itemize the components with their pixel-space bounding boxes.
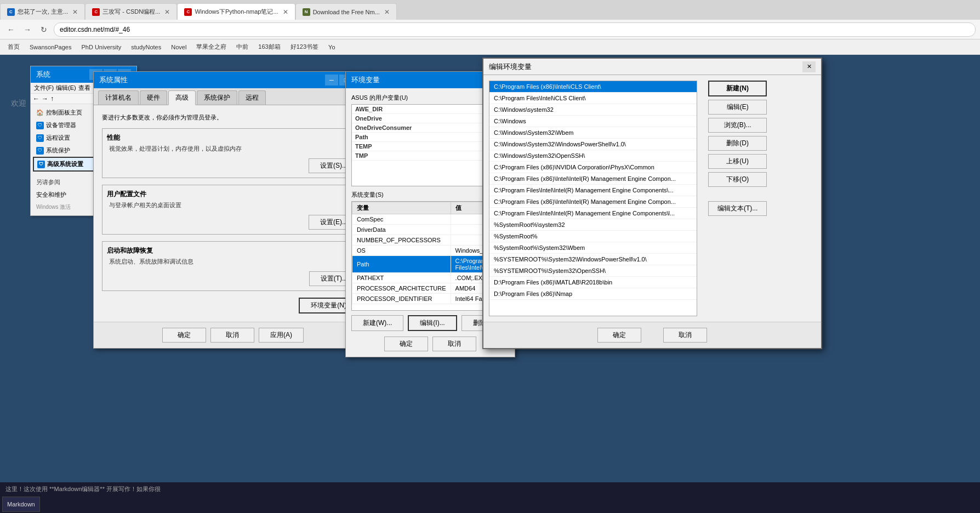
sys-props-minimize[interactable]: ─: [325, 75, 338, 86]
bookmark-swanson[interactable]: SwansonPages: [26, 42, 75, 53]
tab-remote[interactable]: 远程: [238, 90, 266, 105]
path-item-5[interactable]: C:\Windows\System32\WindowsPowerShell\v1…: [489, 139, 697, 150]
bookmark-study[interactable]: studyNotes: [128, 42, 164, 53]
path-item-4[interactable]: C:\Windows\System32\Wbem: [489, 127, 697, 139]
performance-title: 性能: [107, 133, 359, 142]
tab-computer-name[interactable]: 计算机名: [98, 90, 139, 105]
path-item-10[interactable]: C:\Program Files (x86)\Intel\Intel(R) Ma…: [489, 196, 697, 208]
edit-move-up-btn[interactable]: 上移(U): [708, 154, 767, 169]
edit-browse-btn[interactable]: 浏览(B)...: [708, 118, 767, 133]
bookmark-zhongqian[interactable]: 中前: [233, 42, 252, 53]
edit-env-titlebar: 编辑环境变量 ✕: [483, 59, 821, 75]
path-item-3[interactable]: C:\Windows: [489, 116, 697, 127]
edit-env-titlebar-btns: ✕: [802, 61, 816, 72]
sidebar-sys-protection-label: 系统保护: [46, 146, 70, 155]
tab-1[interactable]: C 您花了一次, 主意... ✕: [0, 3, 85, 20]
user-profile-title: 用户配置文件: [107, 190, 359, 199]
sysvar-nop-name: NUMBER_OF_PROCESSORS: [352, 235, 451, 246]
edit-env-cancel-btn[interactable]: 取消: [663, 328, 707, 343]
performance-btn-row: 设置(S)...: [107, 158, 359, 173]
path-item-1[interactable]: C:\Program Files\Intel\iCLS Client\: [489, 93, 697, 104]
taskbar: Markdown: [0, 495, 980, 513]
bookmark-yo[interactable]: Yo: [325, 42, 338, 53]
env-edit-btn[interactable]: 编辑(I)...: [408, 315, 457, 331]
startup-btn-row: 设置(T)...: [107, 271, 359, 286]
user-profile-btn-row: 设置(E)...: [107, 215, 359, 230]
path-item-0[interactable]: C:\Program Files (x86)\Intel\iCLS Client…: [489, 81, 697, 93]
col-var-name: 变量: [352, 202, 451, 214]
user-var-onedrive-name: OneDrive: [355, 115, 410, 122]
user-profile-section: 用户配置文件 与登录帐户相关的桌面设置 设置(E)...: [102, 185, 364, 235]
bookmark-163[interactable]: 163邮箱: [255, 42, 283, 53]
env-vars-ok-btn[interactable]: 确定: [384, 337, 428, 351]
path-item-15[interactable]: %SYSTEMROOT%\System32\WindowsPowerShell\…: [489, 254, 697, 265]
edit-new-btn[interactable]: 新建(N): [708, 81, 767, 96]
path-item-13[interactable]: %SystemRoot%: [489, 231, 697, 242]
tab-4[interactable]: N Download the Free Nm... ✕: [295, 3, 397, 20]
tab-2-label: 三攻写 - CSDN编程...: [102, 8, 160, 16]
sys-props-cancel-btn[interactable]: 取消: [210, 328, 254, 343]
env-new-btn[interactable]: 新建(W)...: [351, 315, 403, 331]
sys-props-ok-btn[interactable]: 确定: [162, 328, 206, 343]
tab-advanced[interactable]: 高级: [168, 90, 196, 105]
refresh-button[interactable]: ↻: [37, 23, 50, 36]
path-item-6[interactable]: C:\Windows\System32\OpenSSH\: [489, 150, 697, 162]
env-vars-cancel-btn[interactable]: 取消: [432, 337, 476, 351]
sidebar-device-manager-label: 设备管理器: [46, 121, 76, 129]
startup-title: 启动和故障恢复: [107, 246, 359, 255]
performance-desc: 视觉效果，处理器计划，内存使用，以及虚拟内存: [107, 145, 359, 153]
tab-2[interactable]: C 三攻写 - CSDN编程... ✕: [85, 3, 177, 20]
bookmarks-bar: 首页 SwansonPages PhD University studyNote…: [0, 39, 980, 55]
path-item-18[interactable]: D:\Program Files (x86)\Nmap: [489, 288, 697, 300]
path-item-12[interactable]: %SystemRoot%\system32: [489, 219, 697, 231]
env-vars-btn-container: 环境变量(N)...: [102, 298, 364, 314]
bookmark-123[interactable]: 好123书签: [287, 42, 322, 53]
tab-bar: C 您花了一次, 主意... ✕ C 三攻写 - CSDN编程... ✕ C W…: [0, 0, 980, 20]
forward-button[interactable]: →: [21, 23, 34, 36]
system-up-btn[interactable]: ↑: [50, 95, 54, 102]
sys-props-apply-btn[interactable]: 应用(A): [259, 328, 304, 343]
path-item-2[interactable]: C:\Windows\system32: [489, 104, 697, 116]
path-list[interactable]: C:\Program Files (x86)\Intel\iCLS Client…: [489, 81, 697, 316]
edit-move-down-btn[interactable]: 下移(O): [708, 172, 767, 187]
edit-edit-text-btn[interactable]: 编辑文本(T)...: [708, 201, 767, 216]
back-button[interactable]: ←: [4, 23, 18, 36]
bookmark-apple[interactable]: 苹果全之府: [193, 42, 230, 53]
edit-env-close-btn[interactable]: ✕: [802, 61, 816, 72]
bookmark-novel[interactable]: Novel: [168, 42, 190, 53]
path-item-7[interactable]: C:\Program Files (x86)\NVIDIA Corporatio…: [489, 162, 697, 173]
bookmark-home[interactable]: 首页: [4, 42, 23, 53]
bookmark-phd[interactable]: PhD University: [78, 42, 124, 53]
env-vars-title: 环境变量: [351, 75, 380, 85]
system-forward-btn[interactable]: →: [42, 95, 48, 102]
system-back-btn[interactable]: ←: [33, 95, 39, 102]
shield-icon-4: 🛡: [37, 161, 45, 168]
path-item-14[interactable]: %SystemRoot%\System32\Wbem: [489, 242, 697, 254]
taskbar-markdown-label: Markdown: [7, 501, 35, 508]
path-item-9[interactable]: C:\Program Files\Intel\Intel(R) Manageme…: [489, 185, 697, 196]
taskbar-markdown[interactable]: Markdown: [2, 497, 40, 512]
tab-1-close[interactable]: ✕: [72, 8, 78, 16]
edit-edit-btn[interactable]: 编辑(E): [708, 100, 767, 115]
menu-edit[interactable]: 编辑(E): [56, 84, 76, 92]
edit-delete-btn[interactable]: 删除(D): [708, 136, 767, 151]
edit-env-ok-btn[interactable]: 确定: [597, 328, 641, 343]
tab-3[interactable]: C Windows下Python-nmap笔记... ✕: [177, 3, 295, 20]
address-bar: ← → ↻: [0, 20, 980, 39]
path-item-16[interactable]: %SYSTEMROOT%\System32\OpenSSH\: [489, 265, 697, 277]
sysvar-proc-id-name: PROCESSOR_IDENTIFIER: [352, 294, 451, 304]
url-input[interactable]: [54, 22, 976, 37]
tab-3-close[interactable]: ✕: [283, 8, 288, 16]
performance-section: 性能 视觉效果，处理器计划，内存使用，以及虚拟内存 设置(S)...: [102, 128, 364, 178]
tab-2-close[interactable]: ✕: [164, 8, 170, 16]
sidebar-advanced-settings-label: 高级系统设置: [47, 160, 83, 168]
menu-file[interactable]: 文件(F): [34, 84, 54, 92]
menu-view[interactable]: 查看: [78, 84, 90, 92]
path-item-17[interactable]: D:\Program Files (x86)\MATLAB\R2018b\bin: [489, 277, 697, 288]
tab-hardware[interactable]: 硬件: [140, 90, 167, 105]
path-item-8[interactable]: C:\Program Files (x86)\Intel\Intel(R) Ma…: [489, 173, 697, 185]
tab-4-close[interactable]: ✕: [384, 8, 390, 16]
sidebar-control-panel-label: 控制面板主页: [46, 109, 82, 117]
path-item-11[interactable]: C:\Program Files\Intel\Intel(R) Manageme…: [489, 208, 697, 219]
tab-sys-protection[interactable]: 系统保护: [197, 90, 237, 105]
